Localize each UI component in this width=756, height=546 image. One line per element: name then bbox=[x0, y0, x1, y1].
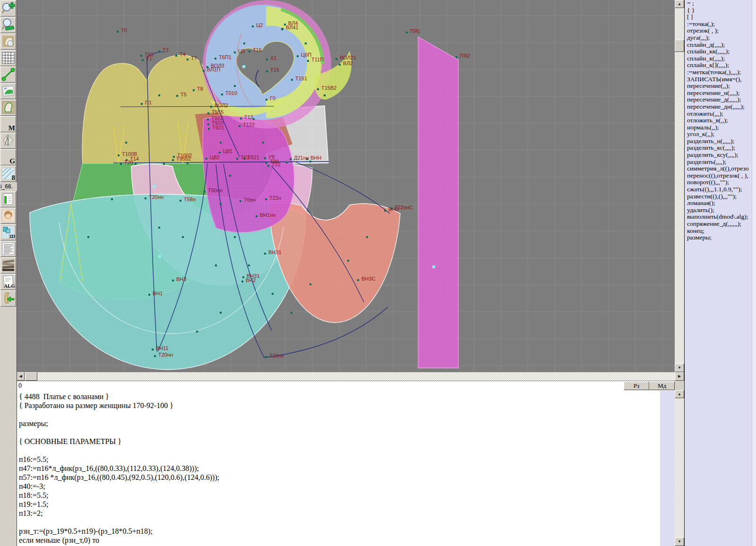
command-item[interactable]: удалить(); bbox=[685, 207, 756, 214]
point-marker[interactable] bbox=[158, 94, 160, 96]
selected-point-marker[interactable] bbox=[153, 185, 155, 188]
pattern-drawing[interactable]: Т0Т3Т01Т1Т4Т7Ц2ВЛ4ВЛ41Т16Ц6Т6П1ВОЛ3ВЛ1ПХ… bbox=[17, 0, 675, 372]
command-item[interactable]: разделить_ксу(,,,,); bbox=[685, 152, 756, 159]
command-item[interactable]: сплайн_к(,,,,); bbox=[685, 55, 756, 62]
point-marker[interactable] bbox=[266, 99, 267, 101]
point-marker[interactable] bbox=[406, 32, 408, 34]
point-marker[interactable] bbox=[145, 197, 146, 199]
zoom-in-button[interactable] bbox=[0, 0, 16, 17]
command-item[interactable]: дуга(,,,); bbox=[685, 34, 756, 42]
letter-g-button[interactable]: G bbox=[0, 149, 16, 165]
point-marker[interactable] bbox=[242, 276, 244, 278]
point-marker[interactable] bbox=[141, 103, 143, 105]
grid-button[interactable] bbox=[0, 50, 16, 66]
point-marker[interactable] bbox=[309, 161, 311, 162]
point-marker[interactable] bbox=[204, 191, 206, 193]
point-marker[interactable] bbox=[266, 59, 268, 60]
canvas-scroll-right-icon[interactable]: ▶ bbox=[675, 372, 684, 381]
point-marker[interactable] bbox=[264, 157, 266, 159]
command-item[interactable]: сплайн_д(,,,,); bbox=[685, 42, 756, 49]
point-marker[interactable] bbox=[317, 88, 319, 90]
point-marker[interactable] bbox=[172, 159, 174, 161]
command-item[interactable]: отложить(,,,); bbox=[685, 111, 756, 118]
point-marker[interactable] bbox=[240, 118, 242, 119]
point-marker[interactable] bbox=[203, 70, 205, 72]
point-marker[interactable] bbox=[309, 283, 311, 285]
point-marker[interactable] bbox=[229, 175, 231, 177]
command-item[interactable]: конец; bbox=[685, 228, 756, 235]
point-marker[interactable] bbox=[118, 154, 120, 156]
text-list-button[interactable] bbox=[0, 241, 16, 257]
point-marker[interactable] bbox=[291, 79, 293, 81]
point-marker[interactable] bbox=[120, 163, 122, 165]
pattern-hand-button[interactable] bbox=[0, 34, 16, 50]
command-item[interactable]: поворот((),,,""); bbox=[685, 179, 756, 186]
point-marker[interactable] bbox=[339, 64, 341, 66]
alg-document-button[interactable]: ALG bbox=[0, 274, 16, 290]
point-marker[interactable] bbox=[290, 158, 292, 160]
canvas-vscroll-thumb[interactable] bbox=[675, 40, 684, 52]
pattern-canvas[interactable]: Т0Т3Т01Т1Т4Т7Ц2ВЛ4ВЛ41Т16Ц6Т6П1ВОЛ3ВЛ1ПХ… bbox=[17, 0, 675, 372]
point-marker[interactable] bbox=[219, 152, 221, 154]
point-marker[interactable] bbox=[196, 331, 198, 333]
point-marker[interactable] bbox=[256, 215, 258, 217]
selected-point-marker[interactable] bbox=[158, 255, 161, 258]
point-marker[interactable] bbox=[221, 94, 223, 95]
command-item[interactable]: пересечение_д(,,,,,); bbox=[685, 96, 756, 103]
point-marker[interactable] bbox=[347, 260, 349, 262]
point-marker[interactable] bbox=[142, 59, 144, 61]
point-marker[interactable] bbox=[173, 156, 175, 158]
editor-scroll-up-icon[interactable]: ▲ bbox=[675, 390, 684, 398]
command-item[interactable]: разделить(,,,,); bbox=[685, 159, 756, 166]
point-marker[interactable] bbox=[249, 51, 250, 52]
point-marker[interactable] bbox=[193, 89, 195, 91]
point-marker[interactable] bbox=[234, 85, 236, 87]
point-marker[interactable] bbox=[324, 94, 326, 96]
command-item[interactable]: пересечение_н(,,,,); bbox=[685, 90, 756, 97]
canvas-vscroll-track[interactable] bbox=[675, 0, 684, 372]
books-button[interactable] bbox=[0, 257, 16, 273]
command-item[interactable]: перенос((),отрезок( , ), bbox=[685, 172, 756, 179]
point-marker[interactable] bbox=[234, 236, 236, 238]
point-marker[interactable] bbox=[135, 163, 137, 165]
point-marker[interactable] bbox=[265, 198, 267, 200]
pattern-piece-button[interactable] bbox=[0, 100, 16, 116]
point-marker[interactable] bbox=[220, 312, 222, 314]
point-marker[interactable] bbox=[172, 280, 174, 282]
point-marker[interactable] bbox=[215, 264, 217, 266]
selected-point-marker[interactable] bbox=[432, 265, 435, 268]
point-marker[interactable] bbox=[215, 58, 216, 60]
algorithm-editor[interactable]: { 4488 Платье с воланами }{ Разработано … bbox=[17, 390, 660, 546]
point-marker[interactable] bbox=[335, 58, 337, 60]
point-marker[interactable] bbox=[152, 349, 154, 350]
point-marker[interactable] bbox=[154, 355, 156, 357]
point-marker[interactable] bbox=[220, 203, 222, 205]
point-marker[interactable] bbox=[206, 158, 207, 160]
command-item[interactable]: сжать((),,,1.1,0.9,""); bbox=[685, 186, 756, 193]
editor-scroll-down-icon[interactable]: ▼ bbox=[675, 537, 684, 546]
point-marker[interactable] bbox=[207, 112, 209, 114]
point-marker[interactable] bbox=[125, 142, 127, 144]
command-item[interactable]: { } bbox=[685, 7, 756, 14]
sidebar-scrollbar[interactable] bbox=[752, 0, 756, 546]
zoom-out-button[interactable] bbox=[0, 17, 16, 33]
point-marker[interactable] bbox=[182, 236, 184, 238]
measure-line-button[interactable] bbox=[0, 67, 16, 83]
command-item[interactable]: пересечение_дн(,,,,,); bbox=[685, 103, 756, 111]
command-item[interactable]: сплайн_кк(,,,,,); bbox=[685, 48, 756, 55]
letter-m-button[interactable]: M bbox=[0, 116, 16, 132]
command-item[interactable]: = ; bbox=[685, 0, 756, 7]
point-marker[interactable] bbox=[87, 236, 89, 238]
command-item[interactable]: нормаль(,,); bbox=[685, 124, 756, 131]
point-marker[interactable] bbox=[176, 95, 178, 97]
exit-button[interactable] bbox=[0, 290, 16, 307]
selected-point-marker[interactable] bbox=[242, 65, 245, 68]
point-marker[interactable] bbox=[236, 158, 238, 160]
rz-button[interactable]: Рз bbox=[624, 382, 649, 390]
canvas-scroll-down-icon[interactable]: ▼ bbox=[675, 364, 684, 372]
command-item[interactable]: симметрия_л((),отрезо bbox=[685, 165, 756, 172]
point-marker[interactable] bbox=[207, 123, 209, 125]
point-marker[interactable] bbox=[267, 165, 269, 167]
portrait-button[interactable] bbox=[0, 208, 16, 224]
command-item[interactable]: :=метка(точка(,),,,,); bbox=[685, 69, 756, 76]
